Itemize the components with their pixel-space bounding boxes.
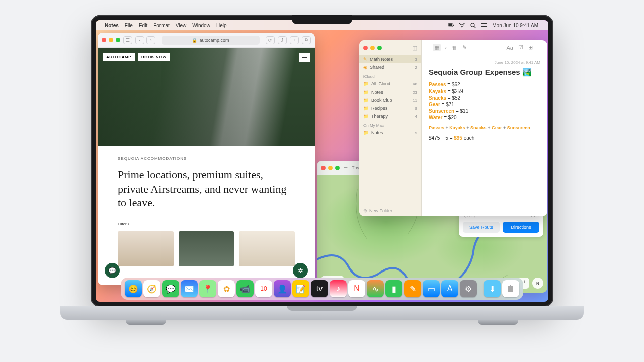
- dock-maps[interactable]: 📍: [199, 280, 216, 297]
- dock-numbers[interactable]: ▮: [385, 280, 403, 297]
- book-now-button[interactable]: BOOK NOW: [138, 53, 170, 61]
- dock-pages[interactable]: ✎: [404, 280, 421, 297]
- minimize-button[interactable]: [328, 166, 333, 170]
- expense-row: Passes = $62: [429, 82, 540, 87]
- sidebar-toggle-icon[interactable]: ☰: [123, 36, 132, 44]
- dock-keynote[interactable]: ▭: [423, 280, 440, 297]
- compose-icon[interactable]: ✎: [462, 44, 467, 51]
- spotlight-icon[interactable]: [470, 22, 476, 28]
- dock-mail[interactable]: ✉️: [181, 280, 198, 297]
- svg-rect-7: [481, 26, 487, 27]
- close-button[interactable]: [321, 166, 326, 170]
- sidebar-item-recipes[interactable]: 📁Recipes8: [359, 104, 421, 112]
- accommodation-card[interactable]: [118, 231, 174, 266]
- folder-icon: 📁: [363, 114, 369, 119]
- trash-icon[interactable]: 🗑: [452, 45, 457, 51]
- svg-point-3: [471, 23, 474, 27]
- sidebar-toggle-icon[interactable]: ◫: [412, 45, 417, 51]
- menu-view[interactable]: View: [176, 23, 187, 28]
- share-icon[interactable]: ⤴: [278, 36, 287, 44]
- save-route-button[interactable]: Save Route: [463, 222, 500, 233]
- sidebar-item-book-club[interactable]: 📁Book Club11: [359, 96, 421, 104]
- folder-icon: 📁: [363, 98, 369, 103]
- sidebar-item-math-notes[interactable]: ✎Math Notes3: [359, 55, 421, 63]
- minimize-button[interactable]: [109, 38, 113, 42]
- sidebar-item-local-notes[interactable]: 📁Notes9: [359, 129, 421, 137]
- notes-main: ≡▦‹ 🗑 ✎ Aa ☑︎ ⊞ ⋯ June 10, 2024 at 9:41 …: [422, 40, 547, 216]
- menu-help[interactable]: Help: [216, 23, 227, 28]
- dock-news[interactable]: N: [348, 280, 365, 297]
- battery-icon[interactable]: [448, 22, 454, 28]
- notes-toolbar: ≡▦‹ 🗑 ✎ Aa ☑︎ ⊞ ⋯: [422, 40, 547, 55]
- share-icon[interactable]: ⋯: [538, 44, 543, 51]
- compass-icon[interactable]: N: [532, 278, 543, 289]
- tabs-icon[interactable]: ⧉: [302, 36, 311, 44]
- section-headline: Prime locations, premium suites, private…: [118, 168, 295, 210]
- accessibility-fab[interactable]: ✲: [293, 263, 308, 278]
- menu-clock[interactable]: Mon Jun 10 9:41 AM: [492, 23, 538, 28]
- sidebar-item-therapy[interactable]: 📁Therapy4: [359, 112, 421, 120]
- safari-window: ☰ ‹› 🔒autocamp.com ⟳ ⤴ + ⧉ AUTOCAMP BOOK…: [98, 33, 315, 285]
- close-button[interactable]: [102, 38, 106, 42]
- zoom-button[interactable]: [335, 166, 340, 170]
- reload-icon[interactable]: ⟳: [266, 36, 275, 44]
- filter-link[interactable]: Filter ›: [118, 222, 295, 226]
- accommodation-card[interactable]: [179, 231, 234, 266]
- sidebar-item-notes[interactable]: 📁Notes23: [359, 88, 421, 96]
- menu-app[interactable]: Notes: [105, 23, 119, 28]
- close-button[interactable]: [363, 46, 368, 50]
- grid-view-icon[interactable]: ▦: [433, 44, 441, 51]
- address-bar[interactable]: 🔒autocamp.com: [162, 36, 260, 45]
- dock-trash[interactable]: 🗑: [502, 280, 519, 297]
- text-style-icon[interactable]: Aa: [507, 45, 513, 51]
- dock-contacts[interactable]: 👤: [274, 280, 291, 297]
- svg-rect-5: [481, 23, 487, 24]
- expense-row: Water = $20: [429, 115, 540, 120]
- dock-appstore[interactable]: A: [441, 280, 458, 297]
- sidebar-icon[interactable]: ☰: [344, 165, 348, 170]
- table-icon[interactable]: ⊞: [528, 44, 533, 51]
- zoom-in-icon[interactable]: +: [523, 279, 526, 288]
- dock-tv[interactable]: tv: [311, 280, 328, 297]
- checklist-icon[interactable]: ☑︎: [518, 44, 523, 51]
- menu-edit[interactable]: Edit: [139, 23, 147, 28]
- brand-logo[interactable]: AUTOCAMP: [103, 53, 135, 61]
- dock-finder[interactable]: 😊: [125, 280, 142, 297]
- note-body[interactable]: June 10, 2024 at 9:41 AM Sequoia Group E…: [422, 55, 547, 146]
- sidebar-item-all-icloud[interactable]: 📁All iCloud46: [359, 80, 421, 88]
- new-folder-button[interactable]: ⊕New Folder: [359, 205, 421, 216]
- dock-photos[interactable]: ✿: [218, 280, 235, 297]
- dock-settings[interactable]: ⚙︎: [460, 280, 477, 297]
- forward-button[interactable]: ›: [146, 36, 155, 44]
- new-tab-icon[interactable]: +: [290, 36, 299, 44]
- dock-downloads[interactable]: ⬇︎: [484, 280, 501, 297]
- back-button[interactable]: ‹: [135, 36, 144, 44]
- zoom-button[interactable]: [377, 46, 382, 50]
- sidebar-item-shared[interactable]: ◉Shared2: [359, 63, 421, 71]
- list-view-icon[interactable]: ≡: [426, 45, 429, 51]
- control-center-icon[interactable]: [481, 22, 487, 28]
- back-icon[interactable]: ‹: [445, 45, 447, 51]
- shared-icon: ◉: [363, 65, 367, 70]
- dock-music[interactable]: ♪: [330, 280, 347, 297]
- menu-file[interactable]: File: [125, 23, 133, 28]
- chat-fab[interactable]: 💬: [105, 263, 120, 278]
- dock-freeform[interactable]: ∿: [367, 280, 384, 297]
- zoom-button[interactable]: [116, 38, 120, 42]
- dock-separator: [480, 281, 480, 296]
- hamburger-menu[interactable]: [299, 53, 310, 62]
- menu-window[interactable]: Window: [192, 23, 210, 28]
- menu-format[interactable]: Format: [153, 23, 170, 28]
- directions-button[interactable]: Directions: [503, 222, 539, 233]
- dock-facetime[interactable]: 📹: [236, 280, 254, 297]
- svg-line-4: [474, 26, 475, 28]
- minimize-button[interactable]: [370, 46, 375, 50]
- wifi-icon[interactable]: [459, 22, 465, 28]
- dock-calendar[interactable]: 10: [255, 280, 272, 297]
- accommodation-card[interactable]: [239, 231, 295, 266]
- dock-safari[interactable]: 🧭: [143, 280, 160, 297]
- dock-reminders[interactable]: 📝: [292, 280, 309, 297]
- dock-messages[interactable]: 💬: [162, 280, 179, 297]
- notes-sidebar: ◫ ✎Math Notes3 ◉Shared2 iCloud 📁All iClo…: [359, 40, 422, 216]
- math-icon: ✎: [363, 57, 367, 62]
